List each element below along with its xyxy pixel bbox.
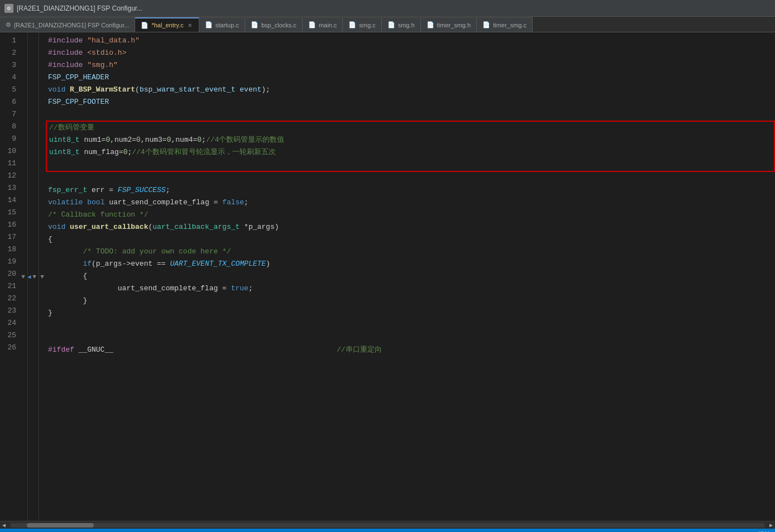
tab-timer-smg-h[interactable]: 📄 timer_smg.h [421,17,477,32]
tab-bar: ⚙ [RA2E1_DIANZIZHONG1] FSP Configur... 📄… [0,17,775,32]
line-num-5: 5 [0,84,21,96]
line-num-8: 8 [0,121,21,133]
line-num-23: 23 [0,305,21,317]
line-num-7: 7 [0,108,21,121]
tab-label: smg.h [398,22,415,28]
code-line-17: { [48,233,775,246]
tab-close-icon[interactable]: ✕ [186,22,193,29]
line-num-4: 4 [0,71,21,84]
code-line-24 [48,319,775,332]
editor-area: 1 2 3 4 5 6 7 8 9 10 11 12 13 14 15 16 1… [0,32,775,521]
title-text: [RA2E1_DIANZIZHONG1] FSP Configur... [17,4,142,12]
tab-label: bsp_clocks.c [261,22,296,28]
tab-label: timer_smg.h [437,22,471,28]
collapse-icon-line16[interactable]: ▼ [20,274,26,280]
code-line-20: { [48,270,775,282]
line-num-10: 10 [0,145,21,157]
line-num-22: 22 [0,293,21,305]
line-num-16: 16 [0,219,21,231]
scrollbar-track[interactable] [10,523,765,528]
code-line-7 [48,108,775,121]
code-line-6: FSP_CPP_FOOTER [48,96,775,108]
tab-icon: 📄 [482,21,490,28]
scroll-right-arrow[interactable]: ▶ [767,522,775,529]
line-num-26: 26 [0,342,21,354]
collapse-gutter: ▼ ◀ ▼ ▼ [28,32,39,521]
line-num-11: 11 [0,157,21,170]
line-num-19: 19 [0,256,21,268]
line-num-15: 15 [0,207,21,219]
tab-smg-h[interactable]: 📄 smg.h [382,17,421,32]
code-line-19: if(p_args->event == UART_EVENT_TX_COMPLE… [48,258,775,270]
code-line-26: #ifdef __GNUC__ //串口重定向 [48,344,775,356]
code-line-2: #include <stdio.h> [48,47,775,59]
line-num-14: 14 [0,194,21,207]
tab-icon: ⚙ [6,21,11,28]
tab-hal-entry[interactable]: 📄 *hal_entry.c ✕ [135,17,199,32]
line-num-9: 9 [0,133,21,145]
line-num-21: 21 [0,280,21,293]
scrollbar-area[interactable]: ◀ ▶ [0,521,775,529]
tab-icon: 📄 [427,21,434,28]
tab-icon: 📄 [348,21,356,28]
scrollbar-thumb[interactable] [27,523,94,528]
line-num-2: 2 [0,47,21,59]
line-num-18: 18 [0,243,21,256]
line-num-6: 6 [0,96,21,108]
code-line-1: #include "hal_data.h" [48,35,775,47]
tab-label: timer_smg.c [493,22,527,28]
code-line-4: FSP_CPP_HEADER [48,71,775,84]
code-line-14: volatile bool uart_send_complete_flag = … [48,196,775,209]
tab-fsp-config[interactable]: ⚙ [RA2E1_DIANZIZHONG1] FSP Configur... [0,17,135,32]
tab-icon: 📄 [141,22,149,29]
line-num-17: 17 [0,231,21,243]
code-line-9: uint8_t num1=0,num2=0,num3=0,num4=0;//4个… [49,134,772,146]
tab-icon: 📄 [251,21,259,28]
status-text: CSDN @记帖 [733,530,771,533]
tab-main[interactable]: 📄 main.c [303,17,343,32]
tab-label: main.c [319,22,337,28]
code-line-12 [48,172,775,184]
tab-label: startup.c [216,22,239,28]
tab-label: smg.c [359,22,375,28]
code-line-21: uart_send_complete_flag = true; [48,282,775,295]
code-line-23: } [48,307,775,319]
tab-startup[interactable]: 📄 startup.c [199,17,245,32]
tab-label: [RA2E1_DIANZIZHONG1] FSP Configur... [14,22,129,28]
code-line-15: /* Callback function */ [48,209,775,221]
tab-icon: 📄 [308,21,316,28]
code-line-22: } [48,295,775,307]
code-line-5: void R_BSP_WarmStart(bsp_warm_start_even… [48,84,775,96]
code-editor[interactable]: #include "hal_data.h" #include <stdio.h>… [39,32,775,521]
code-line-10: uint8_t num_flag=0;//4个数码管和冒号轮流显示，一轮刷新五次 [49,146,772,159]
code-line-11 [49,159,772,171]
tab-smg-c[interactable]: 📄 smg.c [343,17,381,32]
code-line-13: fsp_err_t err = FSP_SUCCESS; [48,184,775,196]
line-num-13: 13 [0,182,21,194]
tab-bsp-clocks[interactable]: 📄 bsp_clocks.c [245,17,303,32]
line-num-24: 24 [0,317,21,329]
line-num-1: 1 [0,35,21,47]
line-num-25: 25 [0,329,21,342]
status-bar: CSDN @记帖 [0,529,775,532]
line-num-12: 12 [0,170,21,182]
code-line-25 [48,332,775,344]
code-line-16: void user_uart_callback(uart_callback_ar… [48,221,775,233]
title-bar: ⚙ [RA2E1_DIANZIZHONG1] FSP Configur... [0,0,775,17]
tab-icon: 📄 [205,21,213,28]
collapse-icon-line19[interactable]: ▼ [31,274,38,280]
scroll-left-arrow[interactable]: ◀ [0,522,8,529]
code-line-18: /* TODO: add your own code here */ [48,246,775,258]
tab-icon: 📄 [388,21,395,28]
tab-label: *hal_entry.c [151,22,183,28]
app-icon: ⚙ [4,4,13,13]
tab-timer-smg-c[interactable]: 📄 timer_smg.c [477,17,533,32]
line-num-3: 3 [0,59,21,71]
line-num-20: 20 [0,268,21,280]
code-line-8: //数码管变量 [49,122,772,134]
code-line-3: #include "smg.h" [48,59,775,71]
highlighted-block: //数码管变量 uint8_t num1=0,num2=0,num3=0,num… [46,121,775,172]
